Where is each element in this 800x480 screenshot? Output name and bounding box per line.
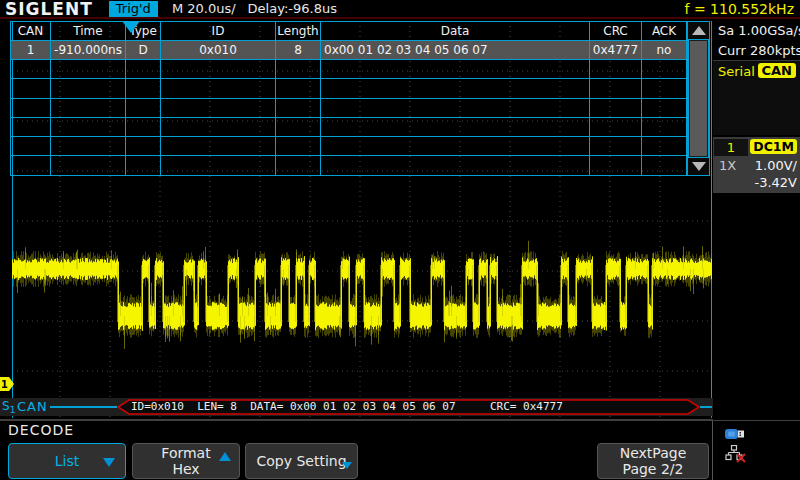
lan-disconnected-icon — [725, 445, 747, 463]
scrollbar-track[interactable] — [688, 39, 709, 158]
table-row-empty — [11, 156, 687, 175]
list-button-label: List — [55, 453, 79, 469]
channel1-coupling-badge: DC1M — [750, 139, 797, 154]
cell-id: 0x010 — [161, 41, 276, 60]
decode-list-table: CAN Time Type ID Length Data CRC ACK 1 -… — [10, 21, 710, 176]
frame-decoded-text: ID=0x010 LEN= 8 DATA= 0x00 01 02 03 04 0… — [131, 400, 456, 413]
timebase-readout[interactable]: M 20.0us/ — [172, 1, 236, 16]
col-header-time: Time — [51, 22, 126, 41]
col-header-id: ID — [161, 22, 276, 41]
display-area: CAN Time Type ID Length Data CRC ACK 1 -… — [0, 21, 713, 420]
cell-index: 1 — [11, 41, 51, 60]
next-page-label: NextPage — [620, 445, 687, 461]
status-icon-panel — [712, 421, 800, 480]
bus-decode-lane: S1 CAN ID=0x010 LEN= 8 DATA= 0x00 01 02 … — [0, 398, 713, 416]
scroll-down-icon — [692, 162, 706, 171]
next-page-button[interactable]: NextPage Page 2/2 — [597, 443, 709, 479]
copy-setting-label: Copy Setting — [256, 453, 346, 469]
channel1-probe-ratio: 1X — [719, 158, 736, 173]
table-row-empty — [11, 60, 687, 79]
format-button-value: Hex — [172, 461, 199, 477]
frame-crc-text: CRC= 0x4777 — [490, 400, 563, 413]
col-header-crc: CRC — [590, 22, 642, 41]
col-header-can: CAN — [11, 22, 51, 41]
copy-setting-button[interactable]: Copy Setting — [245, 443, 358, 479]
scroll-up-icon — [692, 26, 706, 35]
scroll-down-button[interactable] — [688, 158, 709, 175]
serial-protocol-badge: CAN — [758, 63, 796, 78]
serial-status-panel[interactable]: Serial CAN — [713, 61, 800, 135]
bus-type-label: CAN — [17, 399, 48, 414]
serial-label: Serial — [718, 64, 755, 79]
table-row-empty — [11, 79, 687, 98]
scroll-up-button[interactable] — [688, 22, 709, 39]
decoded-frame-bubble: ID=0x010 LEN= 8 DATA= 0x00 01 02 03 04 0… — [117, 399, 700, 415]
table-scrollbar[interactable] — [687, 22, 709, 175]
menu-title: DECODE — [8, 422, 74, 438]
bus-idle-line — [700, 406, 712, 408]
right-sidebar: Sa 1.00GSa/s Curr 280kpts Serial CAN 1 D… — [713, 21, 800, 420]
col-header-data: Data — [321, 22, 590, 41]
col-header-length: Length — [276, 22, 321, 41]
channel1-level-marker[interactable]: 1 — [0, 377, 15, 392]
sample-rate-readout: Sa 1.00GSa/s — [718, 23, 800, 38]
top-status-bar: SIGLENT Trig'd M 20.0us/ Delay:-96.8us f… — [0, 0, 800, 19]
trigger-status-badge: Trig'd — [109, 1, 158, 17]
cell-length: 8 — [276, 41, 321, 60]
trigger-delay-readout[interactable]: Delay:-96.8us — [248, 1, 337, 16]
chevron-down-icon — [342, 462, 352, 469]
cell-crc: 0x4777 — [590, 41, 642, 60]
frequency-counter: f = 110.552kHz — [685, 1, 794, 17]
memory-depth-readout: Curr 280kpts — [718, 43, 800, 58]
table-row[interactable]: 1 -910.000ns D 0x010 8 0x00 01 02 03 04 … — [11, 41, 687, 60]
softkey-menu-bar: DECODE List Format Hex Copy Setting Next… — [0, 420, 800, 480]
table-row-empty — [11, 118, 687, 137]
bus-source-label: S1 — [2, 399, 15, 415]
col-header-ack: ACK — [642, 22, 687, 41]
cell-ack: no — [642, 41, 687, 60]
page-indicator: Page 2/2 — [623, 461, 684, 477]
usb-drive-icon — [725, 427, 747, 441]
table-header-row: CAN Time Type ID Length Data CRC ACK — [11, 22, 687, 41]
format-button-label: Format — [161, 445, 210, 461]
cell-type: D — [126, 41, 161, 60]
oscilloscope-screen: SIGLENT Trig'd M 20.0us/ Delay:-96.8us f… — [0, 0, 800, 480]
channel1-marker-label: 1 — [1, 379, 8, 390]
list-button[interactable]: List — [8, 443, 126, 479]
channel1-volts-per-div: 1.00V/ — [755, 158, 797, 173]
cell-data: 0x00 01 02 03 04 05 06 07 — [321, 41, 590, 60]
scrollbar-thumb[interactable] — [690, 41, 707, 156]
bus-idle-line — [50, 406, 117, 408]
channel1-offset: -3.42V — [754, 175, 797, 190]
table-row-empty — [11, 137, 687, 156]
channel1-waveform — [12, 177, 712, 420]
format-button[interactable]: Format Hex — [132, 443, 240, 479]
siglent-logo: SIGLENT — [5, 0, 93, 19]
channel1-number: 1 — [714, 139, 748, 156]
channel1-status-box[interactable]: 1 DC1M 1X 1.00V/ -3.42V — [713, 137, 800, 193]
cell-time: -910.000ns — [51, 41, 126, 60]
table-row-empty — [11, 99, 687, 118]
trigger-position-marker-icon[interactable] — [122, 21, 140, 33]
chevron-down-icon — [103, 458, 115, 467]
chevron-up-icon — [219, 452, 231, 461]
